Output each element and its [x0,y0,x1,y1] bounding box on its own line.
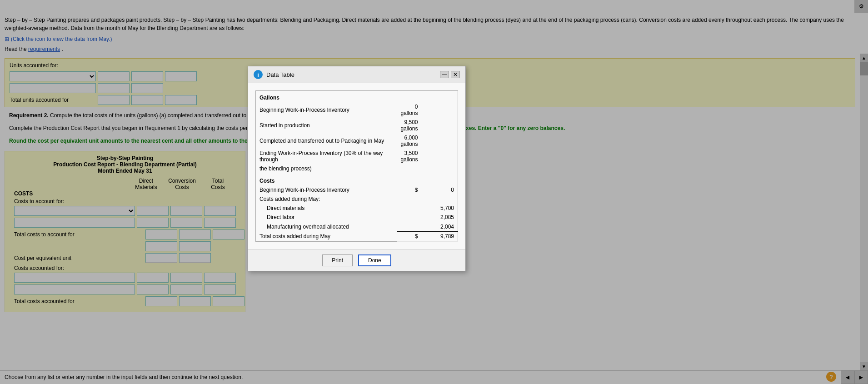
cost-bwip-value: 0 [422,185,458,194]
ewip1-value: 3,500 gallons [397,149,421,164]
table-row-completed: Completed and transferred out to Packagi… [256,133,458,149]
dl-label: Direct labor [256,213,397,222]
data-table-modal: i Data Table — ✕ Gallons Beginning W [248,66,466,271]
table-row-mfg: Manufacturing overhead allocated 2,004 [256,222,458,232]
table-costs-header-row: Costs [256,173,458,185]
table-row-ewip1: Ending Work-in-Process Inventory (30% of… [256,149,458,164]
costs-added-label: Costs added during May: [256,194,397,204]
table-row-dl: Direct labor 2,085 [256,213,458,222]
info-letter: i [257,71,259,78]
bwip-value: 0 gallons [397,102,421,118]
table-row-ewip2: the blending process) [256,164,458,173]
table-row-costs-added-header: Costs added during May: [256,194,458,204]
dm-label: Direct materials [256,204,397,213]
gallons-header-cell: Gallons [256,91,458,103]
dm-value: 5,700 [422,204,458,213]
data-table: Gallons Beginning Work-in-Process Invent… [255,90,458,242]
table-row-total-costs-added: Total costs added during May $ 9,789 [256,232,458,242]
modal-overlay: i Data Table — ✕ Gallons Beginning W [0,0,868,384]
completed-value: 6,000 gallons [397,133,421,149]
done-button[interactable]: Done [358,254,391,266]
modal-info-icon: i [254,70,263,79]
total-added-label: Total costs added during May [256,232,397,242]
table-row-started: Started in production 9,500 gallons [256,118,458,133]
ewip1-label: Ending Work-in-Process Inventory (30% of… [256,149,397,164]
modal-body: Gallons Beginning Work-in-Process Invent… [248,83,465,249]
cost-bwip-dollar: $ [397,185,421,194]
completed-label: Completed and transferred out to Packagi… [256,133,397,149]
modal-title: Data Table [266,71,436,78]
costs-header-cell: Costs [256,173,458,185]
table-row-bwip: Beginning Work-in-Process Inventory 0 ga… [256,102,458,118]
started-value: 9,500 gallons [397,118,421,133]
table-row-cost-bwip: Beginning Work-in-Process Inventory $ 0 [256,185,458,194]
modal-minimize-btn[interactable]: — [440,71,449,78]
dl-value: 2,085 [422,213,458,222]
mfg-label: Manufacturing overhead allocated [256,222,397,232]
mfg-value: 2,004 [422,222,458,232]
modal-header: i Data Table — ✕ [248,66,465,83]
modal-controls: — ✕ [440,71,460,78]
total-added-dollar: $ [397,232,421,242]
started-label: Started in production [256,118,397,133]
modal-close-btn[interactable]: ✕ [451,71,460,78]
table-gallons-header-row: Gallons [256,91,458,103]
table-row-dm: Direct materials 5,700 [256,204,458,213]
total-added-value: 9,789 [422,232,458,242]
ewip2-label: the blending process) [256,164,397,173]
modal-footer: Print Done [248,249,465,271]
print-button[interactable]: Print [322,254,353,266]
bwip-label: Beginning Work-in-Process Inventory [256,102,397,118]
cost-bwip-label: Beginning Work-in-Process Inventory [256,185,397,194]
